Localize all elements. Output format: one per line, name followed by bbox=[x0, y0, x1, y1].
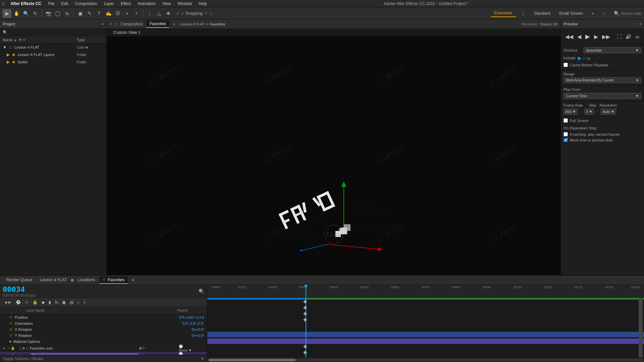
tl-layer2-bar[interactable] bbox=[207, 332, 644, 337]
project-col-name-sort[interactable]: ▲ bbox=[14, 38, 17, 42]
timeline-ruler[interactable]: 00000 00010 00020 00030 00040 00050 0006… bbox=[207, 285, 644, 298]
tl-layer-3[interactable]: ● ☉ 🔒 3 ▼ □ Favorites ▣ / ▪ ⚪ bbox=[0, 352, 207, 355]
tl-prop-orientation-name[interactable]: Orientation bbox=[15, 321, 181, 325]
preview-include-video-icon[interactable]: ▶ bbox=[578, 55, 582, 61]
workspace-extend-btn[interactable]: » bbox=[588, 10, 597, 17]
timeline-scrollbar-thumb[interactable] bbox=[209, 359, 296, 361]
clone-tool[interactable]: Ⓓ bbox=[113, 9, 122, 18]
tl-kf-l3-xrot[interactable] bbox=[304, 351, 307, 354]
tl-tab-locations[interactable]: Locations bbox=[74, 277, 98, 284]
tl-layer2-solo-icon[interactable]: ☉ bbox=[7, 346, 11, 350]
tl-tab-favorites-close[interactable]: ✕ bbox=[103, 278, 105, 282]
pan-tool[interactable]: ⇆ bbox=[63, 9, 71, 18]
snapping-menu-icon[interactable]: □ bbox=[210, 11, 212, 16]
tl-prop-yrotation-name[interactable]: Y Rotation bbox=[15, 334, 190, 338]
preview-fullscreen-checkbox[interactable] bbox=[564, 118, 568, 123]
tl-tab-favorites[interactable]: ✕ Favorites bbox=[99, 277, 128, 284]
preview-panel-menu-btn[interactable]: ≡ bbox=[639, 22, 641, 26]
tl-layer2-sw3[interactable]: ▪ bbox=[145, 346, 147, 350]
preview-skip-dropdown[interactable]: 0 ▼ bbox=[584, 109, 594, 115]
preview-include-audio-icon[interactable]: ♪ bbox=[583, 55, 585, 61]
eraser-tool[interactable]: ▪ bbox=[123, 9, 131, 18]
preview-step-back-btn[interactable]: ◀ bbox=[576, 32, 583, 41]
tl-tab-menu[interactable]: ≡ bbox=[128, 277, 138, 284]
window-menu-item[interactable]: Window bbox=[175, 1, 195, 7]
comp-tab-favorites[interactable]: Favorites bbox=[146, 20, 169, 28]
tl-kf-xrot-1[interactable] bbox=[304, 312, 307, 315]
shape-tool[interactable]: ✥ bbox=[164, 9, 173, 18]
tl-kf-l3-orient[interactable] bbox=[304, 345, 307, 348]
tl-layer-2[interactable]: ● ☉ 🔒 2 ▶ □ Favorites icon ▣ / ▪ bbox=[0, 345, 207, 352]
orbit-tool[interactable]: ◯ bbox=[53, 9, 62, 18]
preview-framerate-dropdown[interactable]: (60) ▼ bbox=[564, 109, 578, 115]
timeline-search-btn[interactable]: 🔍 bbox=[199, 289, 204, 294]
tl-tab-lesson4flat[interactable]: Lesson 4 FLAT bbox=[37, 277, 70, 284]
tl-ctrl-comp-btn[interactable]: ▣ bbox=[60, 299, 67, 306]
paint-tool[interactable]: ✍ bbox=[104, 9, 113, 18]
snapping-label[interactable]: ✓ Snapping bbox=[181, 11, 203, 16]
search-icon[interactable]: 🔍 bbox=[612, 9, 621, 17]
preview-move-time-checkbox[interactable] bbox=[564, 138, 568, 142]
timeline-bottom-scrollbar[interactable] bbox=[207, 357, 644, 362]
preview-include-overflow-icon[interactable]: ⚌ bbox=[587, 55, 591, 61]
tl-layer2-expand-icon[interactable]: ▶ bbox=[23, 346, 25, 350]
puppet-tool[interactable]: ⚬ bbox=[132, 9, 141, 18]
preview-if-caching-checkbox[interactable] bbox=[564, 132, 568, 136]
tl-ctrl-effects-btn[interactable]: fx bbox=[53, 299, 60, 306]
tl-ctrl-motion-blur-btn[interactable]: ⚽ bbox=[14, 299, 22, 306]
layer-menu-item[interactable]: Layer bbox=[101, 1, 117, 7]
anchor-tool[interactable]: △ bbox=[155, 9, 163, 18]
tl-ctrl-solo-btn[interactable]: ☉ bbox=[23, 299, 30, 306]
project-item-solids[interactable]: ▶ ■ Solids Folde bbox=[0, 58, 106, 66]
file-menu-item[interactable]: File bbox=[45, 1, 57, 7]
hand-tool[interactable]: ✋ bbox=[12, 9, 21, 18]
app-menu-item[interactable]: After Effects CC bbox=[8, 1, 44, 7]
comp-panel-menu-icon[interactable]: ≡ bbox=[173, 22, 175, 26]
preview-range-dropdown[interactable]: Work Area Extended By Current ▼ bbox=[564, 77, 641, 83]
preview-resolution-dropdown[interactable]: Auto ▼ bbox=[601, 109, 616, 115]
tl-ctrl-guide-btn[interactable]: ▤ bbox=[68, 299, 75, 306]
view-menu-item[interactable]: View bbox=[160, 1, 174, 7]
project-item-lesson4flat[interactable]: ▼ □ Lesson 4 FLAT Com ■ bbox=[0, 44, 106, 51]
edit-menu-item[interactable]: Edit bbox=[58, 1, 71, 7]
preview-cache-checkbox[interactable] bbox=[564, 63, 568, 67]
screenshot-btn[interactable]: ◾ bbox=[599, 9, 608, 18]
preview-play-from-dropdown[interactable]: Current Time ▼ bbox=[564, 93, 641, 99]
rect-tool[interactable]: ▣ bbox=[76, 9, 85, 18]
tl-prop-position-name[interactable]: Position bbox=[15, 315, 177, 319]
tl-ctrl-toggle-btn[interactable]: ◄► bbox=[2, 299, 13, 306]
preview-play-btn[interactable]: ▶ bbox=[584, 32, 591, 42]
preview-step-fwd-btn[interactable]: ▶ bbox=[593, 32, 599, 41]
tl-prop-material-expand[interactable]: ▶ bbox=[9, 340, 12, 343]
timeline-toggle-modes-bar[interactable]: Toggle Switches / Modes ▼ bbox=[0, 355, 207, 362]
tl-kf-position-1[interactable] bbox=[304, 300, 307, 303]
tl-kf-yrot-1[interactable] bbox=[304, 318, 307, 321]
preview-go-end-btn[interactable]: ▶▶ bbox=[601, 32, 611, 41]
comp-tab-close-icon[interactable]: ✕ bbox=[109, 22, 112, 26]
tl-prop-xrotation-name[interactable]: X Rotation bbox=[15, 327, 190, 331]
tl-layer3-bar[interactable] bbox=[207, 339, 644, 344]
zoom-tool[interactable]: 🔍 bbox=[21, 9, 30, 18]
effect-menu-item[interactable]: Effect bbox=[118, 1, 133, 7]
tl-layer2-sw1[interactable]: ▣ bbox=[139, 346, 142, 350]
tl-kf-orientation-1[interactable] bbox=[304, 306, 307, 309]
pen-tool[interactable]: ✎ bbox=[85, 9, 94, 18]
tl-ctrl-audio-btn[interactable]: ♪ bbox=[76, 299, 81, 306]
workspace-menu-btn[interactable]: ⋮ bbox=[518, 10, 529, 17]
tl-layer2-lock-icon[interactable]: 🔒 bbox=[11, 346, 15, 350]
tl-ctrl-color-btn[interactable]: ◆ bbox=[40, 299, 46, 306]
text-tool[interactable]: T bbox=[95, 9, 103, 18]
preview-shortcut-dropdown[interactable]: Spacebar ▼ bbox=[584, 47, 641, 53]
help-menu-item[interactable]: Help bbox=[196, 1, 210, 7]
tl-ctrl-lock-btn[interactable]: 🔒 bbox=[31, 299, 39, 306]
tl-ctrl-hide-btn[interactable]: ▮ bbox=[47, 299, 53, 306]
preview-go-start-btn[interactable]: ◀◀ bbox=[564, 32, 575, 41]
breadcrumb-lesson4flat[interactable]: Lesson 4 FLAT bbox=[180, 22, 205, 26]
breadcrumb-favorites[interactable]: Favorites bbox=[210, 22, 225, 26]
project-panel-menu-btn[interactable]: ≡ bbox=[102, 22, 104, 26]
workspace-small-btn[interactable]: Small Screen bbox=[555, 10, 586, 17]
timeline-scroll-handle[interactable] bbox=[639, 298, 643, 357]
selection-tool[interactable]: ▶ bbox=[3, 9, 11, 18]
animation-menu-item[interactable]: Animation bbox=[135, 1, 158, 7]
camera-tool[interactable]: 📷 bbox=[44, 9, 53, 18]
